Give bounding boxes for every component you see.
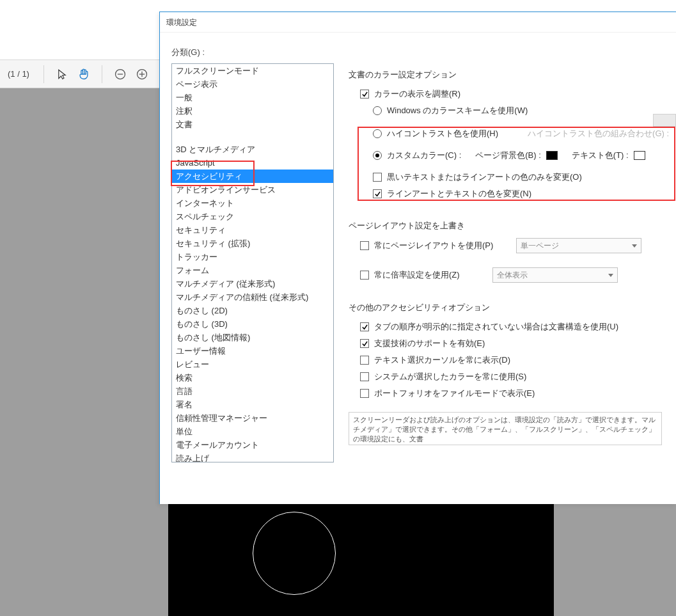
category-item[interactable]: インターネット xyxy=(172,196,333,210)
windows-scheme-radio-row[interactable]: Windows のカラースキームを使用(W) xyxy=(373,104,675,118)
always-layout-checkbox-row[interactable]: 常にページレイアウトを使用(P) 単一ページ xyxy=(360,238,675,253)
category-item[interactable]: マルチメディア (従来形式) xyxy=(172,277,333,290)
text-cursor-checkbox-row[interactable]: テキスト選択カーソルを常に表示(D) xyxy=(360,353,675,367)
text-cursor-label: テキスト選択カーソルを常に表示(D) xyxy=(374,354,510,366)
custom-color-label: カスタムカラー(C) : xyxy=(387,150,461,161)
category-item[interactable]: 注釈 xyxy=(172,104,333,118)
text-color-swatch[interactable] xyxy=(634,151,645,160)
layout-select-value: 単一ページ xyxy=(521,241,559,251)
high-contrast-combo-label: ハイコントラスト色の組み合わせ(G) : xyxy=(528,128,669,139)
checkbox-unchecked-icon xyxy=(360,241,369,250)
portfolio-label: ポートフォリオをファイルモードで表示(E) xyxy=(374,388,535,399)
zoom-select-value: 全体表示 xyxy=(497,270,528,281)
category-item[interactable]: 読み上げ xyxy=(172,452,333,462)
category-item[interactable]: トラッカー xyxy=(172,250,333,264)
only-black-text-checkbox-row[interactable]: 黒いテキストまたはラインアートの色のみを変更(O) xyxy=(373,170,675,184)
layout-override-title: ページレイアウト設定を上書き xyxy=(349,220,675,232)
category-item-accessibility[interactable]: アクセシビリティ xyxy=(172,170,333,183)
category-item[interactable]: 単位 xyxy=(172,425,333,438)
page-bg-swatch[interactable] xyxy=(546,151,558,160)
portfolio-checkbox-row[interactable]: ポートフォリオをファイルモードで表示(E) xyxy=(360,386,675,400)
categories-listbox[interactable]: フルスクリーンモード ページ表示 一般 注釈 文書 3D とマルチメディア Ja… xyxy=(171,63,334,462)
page-circle-graphic xyxy=(253,512,336,595)
select-tool-icon[interactable] xyxy=(54,67,70,82)
checkbox-checked-icon xyxy=(373,189,382,198)
checkbox-unchecked-icon xyxy=(360,372,369,381)
checkbox-checked-icon xyxy=(360,90,369,99)
tab-order-label: タブの順序が明示的に指定されていない場合は文書構造を使用(U) xyxy=(374,321,618,333)
sys-color-checkbox-row[interactable]: システムが選択したカラーを常に使用(S) xyxy=(360,370,675,384)
adjust-colors-checkbox-row[interactable]: カラーの表示を調整(R) xyxy=(360,87,675,101)
other-accessibility-group: その他のアクセシビリティオプション タブの順序が明示的に指定されていない場合は文… xyxy=(348,301,676,446)
category-item[interactable]: ものさし (地図情報) xyxy=(172,331,333,344)
category-item[interactable]: 言語 xyxy=(172,384,333,398)
categories-label: 分類(G) : xyxy=(171,47,676,58)
category-item[interactable]: 文書 xyxy=(172,118,333,131)
checkbox-checked-icon xyxy=(360,322,369,331)
toolbar-separator xyxy=(43,65,44,83)
chevron-down-icon xyxy=(632,244,637,248)
category-item[interactable]: マルチメディアの信頼性 (従来形式) xyxy=(172,290,333,304)
radio-checked-icon xyxy=(373,151,382,160)
only-black-text-label: 黒いテキストまたはラインアートの色のみを変更(O) xyxy=(387,171,582,183)
hand-tool-icon[interactable] xyxy=(76,67,91,82)
assist-tech-checkbox-row[interactable]: 支援技術のサポートを有効(E) xyxy=(360,336,675,351)
hint-text-box: スクリーンリーダおよび読み上げのオプションは、環境設定の「読み方」で選択できます… xyxy=(349,412,662,445)
category-item[interactable]: ページ表示 xyxy=(172,77,333,91)
high-contrast-combo xyxy=(653,114,676,127)
always-layout-label: 常にページレイアウトを使用(P) xyxy=(374,240,493,251)
checkbox-checked-icon xyxy=(360,339,369,348)
always-zoom-checkbox-row[interactable]: 常に倍率設定を使用(Z) 全体表示 xyxy=(360,267,675,283)
settings-panel: 文書のカラー設定オプション カラーの表示を調整(R) Windows のカラース… xyxy=(348,68,676,504)
layout-override-group: ページレイアウト設定を上書き 常にページレイアウトを使用(P) 単一ページ 常に… xyxy=(348,219,676,286)
zoom-select[interactable]: 全体表示 xyxy=(492,267,618,283)
custom-color-radio-row[interactable]: カスタムカラー(C) : ページ背景色(B) : テキスト色(T) : xyxy=(373,150,675,161)
checkbox-unchecked-icon xyxy=(360,356,369,365)
assist-tech-label: 支援技術のサポートを有効(E) xyxy=(374,338,485,349)
category-item[interactable]: 3D とマルチメディア xyxy=(172,143,333,156)
category-item[interactable]: 検索 xyxy=(172,371,333,384)
zoom-out-icon[interactable] xyxy=(113,67,128,82)
category-item[interactable]: ものさし (3D) xyxy=(172,317,333,331)
change-lineart-text-checkbox-row[interactable]: ラインアートとテキストの色を変更(N) xyxy=(373,187,675,201)
page-bg-label: ページ背景色(B) : xyxy=(475,150,541,161)
category-item[interactable]: ユーザー情報 xyxy=(172,344,333,358)
windows-scheme-label: Windows のカラースキームを使用(W) xyxy=(387,105,528,116)
checkbox-unchecked-icon xyxy=(360,271,369,280)
category-item[interactable]: ものさし (2D) xyxy=(172,304,333,317)
category-item[interactable]: フルスクリーンモード xyxy=(172,64,333,77)
tab-order-checkbox-row[interactable]: タブの順序が明示的に指定されていない場合は文書構造を使用(U) xyxy=(360,320,675,334)
category-item[interactable]: レビュー xyxy=(172,358,333,371)
radio-unchecked-icon xyxy=(373,106,382,115)
toolbar-separator xyxy=(102,65,102,83)
category-item[interactable]: 署名 xyxy=(172,398,333,411)
text-color-label: テキスト色(T) : xyxy=(572,150,629,161)
category-item[interactable]: 信頼性管理マネージャー xyxy=(172,411,333,425)
radio-unchecked-icon xyxy=(373,129,382,138)
preferences-dialog: 環境設定 分類(G) : フルスクリーンモード ページ表示 一般 注釈 文書 3… xyxy=(159,12,676,504)
category-item[interactable]: セキュリティ (拡張) xyxy=(172,237,333,250)
zoom-in-icon[interactable] xyxy=(134,67,150,82)
category-item[interactable]: JavaScript xyxy=(172,156,333,170)
high-contrast-label: ハイコントラスト色を使用(H) xyxy=(387,128,498,139)
dialog-body: 分類(G) : フルスクリーンモード ページ表示 一般 注釈 文書 3D とマル… xyxy=(160,33,676,504)
color-options-group: 文書のカラー設定オプション カラーの表示を調整(R) Windows のカラース… xyxy=(348,68,676,204)
page-counter: (1 / 1) xyxy=(8,69,29,79)
other-accessibility-title: その他のアクセシビリティオプション xyxy=(349,302,675,313)
sys-color-label: システムが選択したカラーを常に使用(S) xyxy=(374,371,526,383)
category-item[interactable]: フォーム xyxy=(172,264,333,277)
layout-select[interactable]: 単一ページ xyxy=(516,238,641,253)
high-contrast-radio-row[interactable]: ハイコントラスト色を使用(H) ハイコントラスト色の組み合わせ(G) : xyxy=(373,127,675,141)
dialog-title: 環境設定 xyxy=(160,12,676,33)
category-item[interactable]: 電子メールアカウント xyxy=(172,438,333,452)
checkbox-unchecked-icon xyxy=(360,389,369,398)
change-lineart-text-label: ラインアートとテキストの色を変更(N) xyxy=(387,188,531,200)
adjust-colors-label: カラーの表示を調整(R) xyxy=(374,88,460,100)
category-item[interactable]: セキュリティ xyxy=(172,223,333,237)
checkbox-unchecked-icon xyxy=(373,173,382,182)
category-item[interactable]: スペルチェック xyxy=(172,210,333,223)
always-zoom-label: 常に倍率設定を使用(Z) xyxy=(374,269,460,281)
category-item[interactable]: アドビオンラインサービス xyxy=(172,183,333,196)
category-item[interactable]: 一般 xyxy=(172,91,333,104)
chevron-down-icon xyxy=(608,274,613,277)
